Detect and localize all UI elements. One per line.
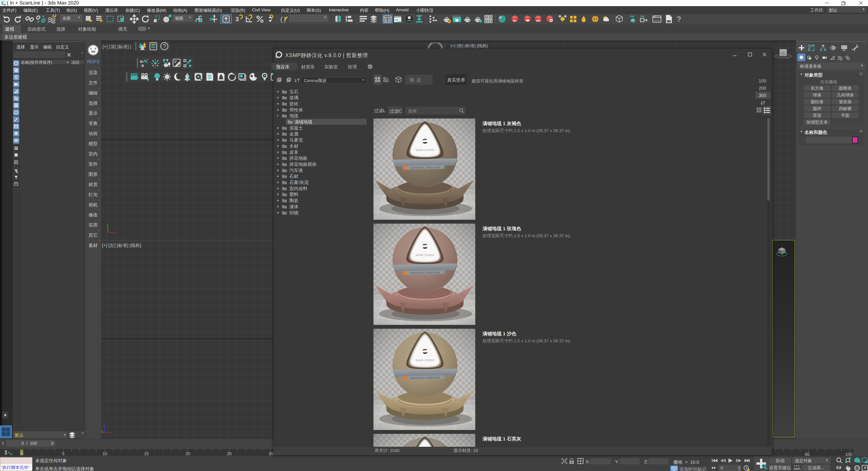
svg-text:PR: PR	[640, 15, 645, 19]
svg-text:IPR: IPR	[536, 20, 540, 22]
svg-text:SIGER STUDIO: SIGER STUDIO	[415, 254, 434, 257]
svg-text:LOG: LOG	[667, 21, 671, 23]
svg-text:PR: PR	[630, 15, 634, 19]
svg-text:SIGER STUDIO: SIGER STUDIO	[415, 149, 434, 152]
svg-text:V: V	[499, 15, 502, 19]
svg-text:y: y	[106, 223, 108, 227]
svg-text:x: x	[115, 231, 117, 235]
svg-text:</>: </>	[654, 19, 660, 22]
svg-text:3: 3	[1, 1, 3, 5]
svg-text:z: z	[103, 423, 105, 426]
svg-text:RV: RV	[513, 20, 517, 22]
svg-text:?: ?	[163, 43, 166, 49]
svg-text:3: 3	[236, 15, 239, 23]
svg-text:C: C	[502, 19, 504, 23]
svg-text:前: 前	[781, 51, 785, 55]
svg-text:z: z	[105, 232, 107, 236]
svg-text:?: ?	[677, 15, 681, 23]
svg-text:x: x	[110, 431, 112, 434]
svg-text:SIGER STUDIO: SIGER STUDIO	[415, 359, 434, 362]
